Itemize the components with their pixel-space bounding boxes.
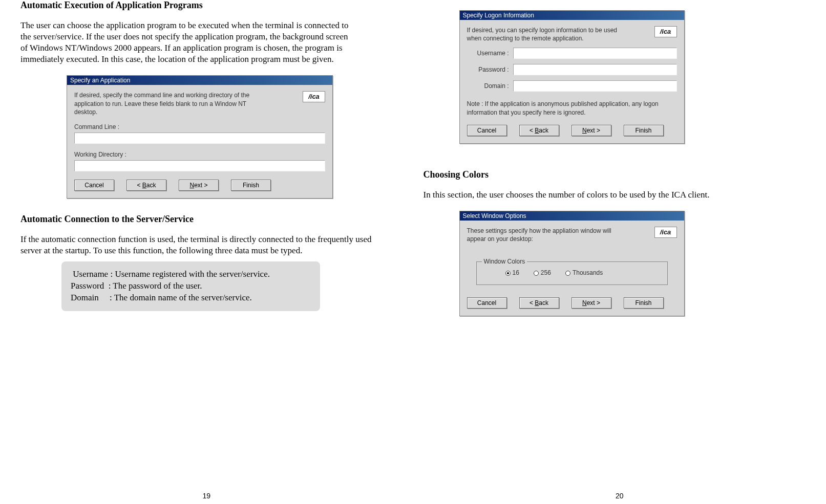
input-domain[interactable] [513, 80, 677, 92]
page-20: Specify Logon Information If desired, yo… [413, 0, 827, 504]
back-button[interactable]: < Back [126, 180, 166, 191]
next-button[interactable]: Next > [179, 180, 219, 191]
radio-16[interactable]: 16 [505, 269, 519, 276]
radio-icon [534, 271, 539, 276]
page-number: 20 [616, 492, 624, 500]
radio-icon [505, 271, 511, 276]
input-working-directory[interactable] [74, 160, 325, 171]
heading-auto-conn: Automatic Connection to the Server/Servi… [20, 214, 393, 225]
ica-logo-icon [654, 227, 677, 238]
label-password: Password : [467, 66, 513, 73]
title-bar: Select Window Options [460, 211, 684, 221]
dialog-desc: If desired, you can specify logon inform… [467, 26, 621, 42]
back-button[interactable]: < Back [519, 125, 559, 136]
legend-window-colors: Window Colors [482, 258, 527, 265]
next-button[interactable]: Next > [571, 297, 611, 309]
ica-logo-icon [303, 91, 325, 102]
finish-button[interactable]: Finish [624, 125, 664, 136]
dialog-desc: If desired, specify the command line and… [74, 91, 264, 116]
finish-button[interactable]: Finish [231, 180, 271, 191]
input-password[interactable] [513, 64, 677, 75]
para-auto-exec: The user can choose the application prog… [20, 20, 353, 65]
heading-auto-exec: Automatic Execution of Application Progr… [20, 0, 393, 11]
info-domain: Domain : The domain name of the server/s… [71, 292, 311, 304]
para-choosing-colors: In this section, the user chooses the nu… [423, 189, 806, 201]
title-bar: Specify an Application [67, 76, 332, 85]
input-command-line[interactable] [74, 133, 325, 144]
info-username: Username : Username registered with the … [71, 269, 311, 280]
fieldset-window-colors: Window Colors 16 256 Thousands [476, 261, 668, 285]
para-auto-conn: If the automatic connection function is … [20, 234, 389, 256]
label-domain: Domain : [467, 82, 513, 90]
next-button[interactable]: Next > [571, 125, 611, 136]
cancel-button[interactable]: Cancel [467, 297, 507, 309]
radio-thousands[interactable]: Thousands [565, 269, 603, 276]
page-number: 19 [202, 492, 210, 500]
input-username[interactable] [513, 48, 677, 59]
cancel-button[interactable]: Cancel [74, 180, 114, 191]
dialog-desc: These settings specify how the appliatio… [467, 227, 626, 243]
dialog-select-window-options: Select Window Options These settings spe… [459, 211, 685, 316]
ica-logo-icon [654, 26, 677, 37]
radio-256[interactable]: 256 [534, 269, 551, 276]
label-command-line: Command Line : [74, 123, 325, 130]
note-anonymous: Note : If the application is anonymous p… [467, 100, 677, 116]
info-box-credentials: Username : Username registered with the … [61, 261, 320, 311]
cancel-button[interactable]: Cancel [467, 125, 507, 136]
dialog-specify-application: Specify an Application If desired, speci… [67, 75, 333, 199]
radio-icon [565, 271, 570, 276]
back-button[interactable]: < Back [519, 297, 559, 309]
heading-choosing-colors: Choosing Colors [423, 169, 806, 180]
finish-button[interactable]: Finish [624, 297, 664, 309]
label-working-directory: Working Directory : [74, 151, 325, 158]
label-username: Username : [467, 50, 513, 57]
title-bar: Specify Logon Information [460, 11, 684, 20]
page-19: Automatic Execution of Application Progr… [0, 0, 413, 504]
dialog-specify-logon: Specify Logon Information If desired, yo… [459, 10, 685, 144]
info-password: Password : The password of the user. [71, 280, 311, 292]
